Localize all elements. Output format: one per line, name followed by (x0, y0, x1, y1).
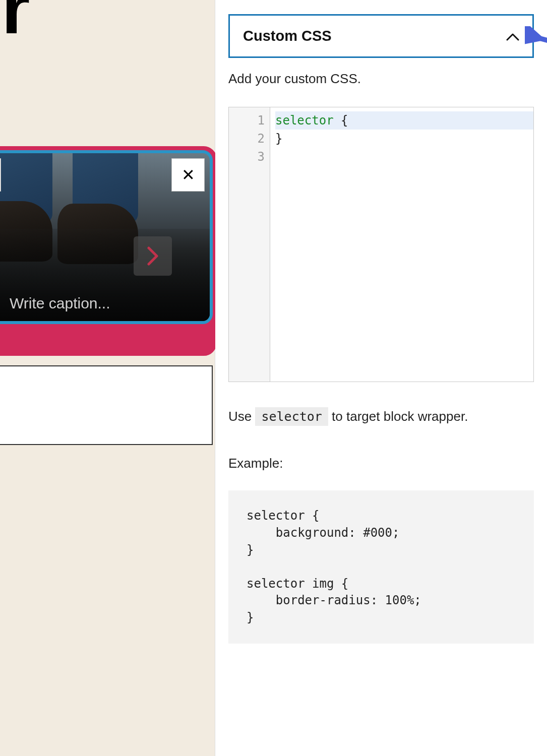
title-line-1: To Our (0, 0, 27, 49)
line-number: 1 (229, 111, 265, 130)
hint-text-post: to target block wrapper. (328, 409, 468, 424)
editor-canvas: To Our e › ✕ Write ca (0, 0, 215, 756)
toolbar-button[interactable]: › (0, 158, 1, 192)
close-icon: ✕ (181, 165, 195, 184)
settings-sidebar: Custom CSS Add your custom CSS. 1 2 3 se… (215, 0, 547, 756)
caption-input[interactable]: Write caption... (10, 295, 110, 312)
chevron-right-icon (146, 246, 159, 266)
block-spacer (0, 324, 213, 352)
next-slide-button[interactable] (134, 236, 172, 276)
remove-slide-button[interactable]: ✕ (171, 158, 205, 192)
line-number-gutter: 1 2 3 (229, 107, 270, 382)
intro-text: Add your custom CSS. (228, 71, 534, 87)
code-textarea[interactable]: selector { } (270, 107, 533, 382)
code-line: } (275, 130, 533, 148)
svg-line-0 (536, 37, 547, 66)
line-number: 2 (229, 130, 265, 148)
line-number: 3 (229, 148, 265, 166)
example-label: Example: (228, 456, 534, 471)
selector-hint: Use selector to target block wrapper. (228, 407, 534, 425)
code-line (275, 148, 533, 166)
custom-css-editor[interactable]: 1 2 3 selector { } (228, 107, 534, 382)
code-line: selector { (275, 111, 533, 130)
custom-css-panel-toggle[interactable]: Custom CSS (228, 14, 534, 58)
inline-code: selector (255, 407, 328, 426)
block-selection-outline: › ✕ Write caption... (0, 146, 217, 356)
page-title: To Our e (0, 0, 27, 109)
hint-text-pre: Use (228, 409, 255, 424)
selected-slider-block[interactable]: › ✕ Write caption... (0, 146, 217, 356)
example-code-block: selector { background: #000; } selector … (228, 490, 534, 643)
slide-image[interactable]: › ✕ Write caption... (0, 150, 213, 324)
empty-paragraph-block[interactable] (0, 365, 213, 445)
chevron-up-icon (506, 28, 519, 44)
section-title: Custom CSS (243, 28, 332, 44)
